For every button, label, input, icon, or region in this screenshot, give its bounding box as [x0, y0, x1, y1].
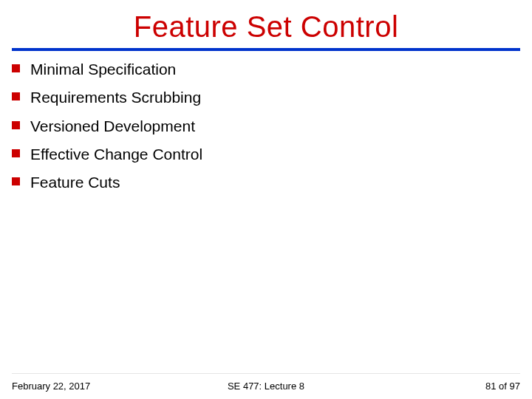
bullet-text: Minimal Specification: [30, 60, 176, 79]
bullet-list: Minimal Specification Requirements Scrub…: [0, 60, 532, 192]
list-item: Requirements Scrubbing: [12, 88, 520, 107]
title-underline: [12, 48, 520, 51]
square-bullet-icon: [12, 121, 20, 129]
footer: February 22, 2017 SE 477: Lecture 8 81 o…: [0, 375, 532, 392]
square-bullet-icon: [12, 177, 20, 185]
footer-page-number: 81 of 97: [485, 381, 520, 392]
bullet-text: Requirements Scrubbing: [30, 88, 201, 107]
slide-title: Feature Set Control: [0, 0, 532, 48]
list-item: Effective Change Control: [12, 145, 520, 164]
list-item: Versioned Development: [12, 117, 520, 136]
bullet-text: Feature Cuts: [30, 173, 120, 192]
square-bullet-icon: [12, 149, 20, 157]
square-bullet-icon: [12, 64, 20, 72]
list-item: Minimal Specification: [12, 60, 520, 79]
bullet-text: Versioned Development: [30, 117, 195, 136]
list-item: Feature Cuts: [12, 173, 520, 192]
bullet-text: Effective Change Control: [30, 145, 202, 164]
square-bullet-icon: [12, 92, 20, 100]
footer-course: SE 477: Lecture 8: [0, 381, 532, 392]
footer-divider: [12, 373, 520, 374]
slide: Feature Set Control Minimal Specificatio…: [0, 0, 532, 399]
